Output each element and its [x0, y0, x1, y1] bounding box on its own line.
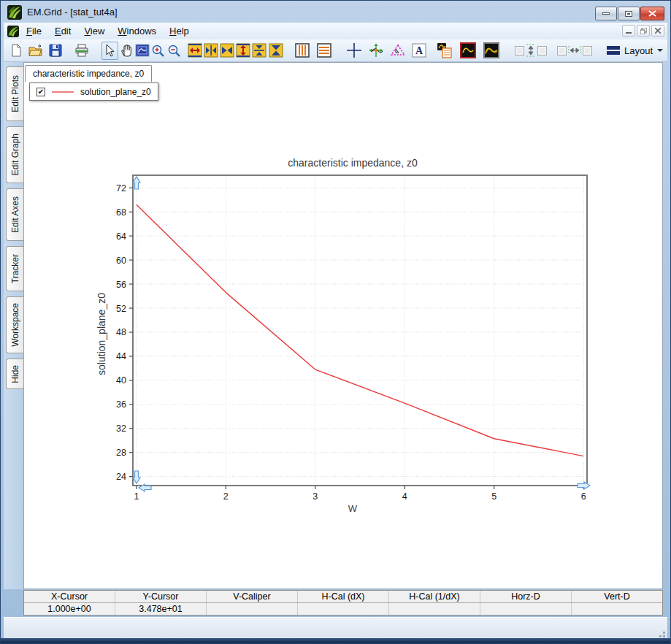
- split-x-button[interactable]: [203, 42, 219, 60]
- status-values-row: 1.000e+00 3.478e+01: [24, 603, 662, 615]
- split-y-button[interactable]: [251, 42, 267, 60]
- status-col-horz-d: Horz-D: [480, 591, 572, 602]
- plot-properties-button[interactable]: [436, 42, 453, 60]
- text-annotation-icon: A: [412, 43, 426, 58]
- cursor-status-table: X-Cursor Y-Cursor V-Caliper H-Cal (dX) H…: [23, 590, 663, 616]
- multi-curve-view-button[interactable]: [483, 42, 500, 60]
- window-status-bar: [4, 617, 667, 640]
- caliper-tool-button[interactable]: [389, 42, 407, 60]
- legend-series-label: solution_plane_z0: [80, 87, 151, 97]
- x-tick-label: 2: [223, 491, 229, 502]
- resize-grip[interactable]: [656, 629, 666, 638]
- child-restore-icon: [640, 28, 647, 34]
- new-file-button[interactable]: [8, 42, 24, 60]
- app-window: EM.Grid - [stat_tut4a] File Edit View Wi…: [0, 0, 671, 644]
- single-curve-view-button[interactable]: [459, 42, 477, 60]
- sidebar-tab-edit-graph[interactable]: Edit Graph: [6, 126, 23, 183]
- child-minimize-button[interactable]: [622, 25, 635, 37]
- minimize-button[interactable]: [595, 7, 617, 20]
- fit-vertical-right-icon: [537, 46, 547, 55]
- layout-label: Layout: [624, 45, 653, 56]
- sidebar-tab-edit-axes[interactable]: Edit Axes: [6, 188, 23, 241]
- status-col-x-cursor: X-Cursor: [24, 591, 115, 602]
- tracker-tool-button[interactable]: [367, 42, 385, 60]
- caliper-icon: [390, 43, 406, 58]
- x-tick-label: 1: [134, 491, 139, 502]
- plot-border: [133, 175, 587, 486]
- tracker-icon: [368, 42, 384, 58]
- sidebar-tab-hide[interactable]: Hide: [6, 359, 23, 389]
- sidebar-tab-workspace[interactable]: Workspace: [6, 296, 23, 353]
- maximize-button[interactable]: [618, 7, 640, 20]
- pan-tool-button[interactable]: [118, 42, 134, 60]
- child-close-icon: [655, 28, 661, 34]
- x-tick-label: 4: [402, 491, 407, 502]
- x-axis-right-arrow-icon[interactable]: [578, 482, 590, 489]
- y-tick-label: 40: [116, 375, 126, 386]
- chart-legend[interactable]: ✔ solution_plane_z0: [29, 83, 158, 101]
- child-restore-button[interactable]: [637, 25, 650, 37]
- open-file-button[interactable]: [28, 42, 44, 60]
- text-annotation-button[interactable]: A: [411, 42, 427, 60]
- svg-text:A: A: [415, 45, 423, 56]
- x-tick-label: 3: [313, 491, 318, 502]
- x-tick-label: 5: [491, 491, 496, 502]
- vertical-grid-button[interactable]: [294, 42, 310, 60]
- compress-y-button[interactable]: [268, 42, 284, 60]
- zoom-region-icon: [135, 44, 150, 57]
- document-tab[interactable]: characteristic impedance, z0: [25, 65, 152, 82]
- fit-vertical-left-icon: [515, 46, 524, 55]
- plot-generated: 24283236404448525660646872123456characte…: [96, 157, 587, 514]
- cursor-cross-button[interactable]: [345, 42, 363, 60]
- vertical-grid-icon: [295, 43, 310, 58]
- expand-x-icon: [188, 43, 202, 58]
- fit-vertical-arrows-icon: [525, 43, 537, 58]
- app-logo-icon: [7, 5, 22, 20]
- y-tick-label: 48: [116, 327, 126, 337]
- toolbar: A Layout: [4, 39, 667, 62]
- pointer-tool-button[interactable]: [101, 42, 118, 60]
- expand-x-button[interactable]: [187, 42, 203, 60]
- sidebar-tab-tracker[interactable]: Tracker: [6, 246, 23, 291]
- menu-help[interactable]: Help: [164, 23, 195, 39]
- child-close-button[interactable]: [651, 25, 664, 37]
- zoom-in-button[interactable]: [150, 42, 166, 60]
- menu-edit[interactable]: Edit: [49, 23, 77, 39]
- menu-file[interactable]: File: [20, 23, 47, 39]
- status-value-horz-d: [480, 603, 572, 615]
- new-file-icon: [9, 44, 23, 57]
- save-icon: [49, 44, 62, 57]
- fit-horizontal-group[interactable]: [557, 45, 592, 56]
- fit-vertical-group[interactable]: [515, 43, 547, 58]
- y-tick-label: 52: [116, 304, 126, 314]
- open-file-icon: [28, 44, 43, 57]
- document-area: characteristic impedance, z0 ✔ solution_…: [23, 62, 663, 589]
- close-button[interactable]: [640, 7, 664, 20]
- chart-plot[interactable]: 24283236404448525660646872123456characte…: [96, 147, 607, 527]
- horizontal-grid-button[interactable]: [316, 42, 332, 60]
- save-button[interactable]: [47, 42, 64, 60]
- status-value-h-cal-dx: [298, 603, 389, 615]
- sidebar-tab-edit-plots[interactable]: Edit Plots: [6, 66, 23, 121]
- compress-y-icon: [269, 43, 283, 58]
- close-icon: [648, 10, 656, 17]
- expand-y-button[interactable]: [235, 42, 251, 60]
- y-axis-top-arrow-icon[interactable]: [133, 177, 140, 189]
- menu-bar: File Edit View Windows Help: [4, 23, 667, 39]
- y-tick-label: 24: [116, 472, 126, 482]
- menu-view[interactable]: View: [78, 23, 110, 39]
- title-bar: EM.Grid - [stat_tut4a]: [1, 1, 670, 23]
- zoom-region-button[interactable]: [134, 42, 150, 60]
- compress-x-button[interactable]: [219, 42, 235, 60]
- print-button[interactable]: [74, 42, 90, 60]
- status-value-vert-d: [572, 603, 662, 615]
- status-col-y-cursor: Y-Cursor: [115, 591, 207, 602]
- layout-dropdown-button[interactable]: Layout: [602, 43, 667, 58]
- x-axis-label: W: [348, 503, 358, 514]
- y-tick-label: 28: [116, 448, 126, 458]
- menu-windows[interactable]: Windows: [112, 23, 162, 39]
- legend-checkbox[interactable]: ✔: [37, 88, 45, 96]
- zoom-out-button[interactable]: [166, 42, 183, 60]
- y-tick-label: 32: [116, 423, 126, 434]
- y-axis-bottom-arrow-icon[interactable]: [133, 471, 140, 483]
